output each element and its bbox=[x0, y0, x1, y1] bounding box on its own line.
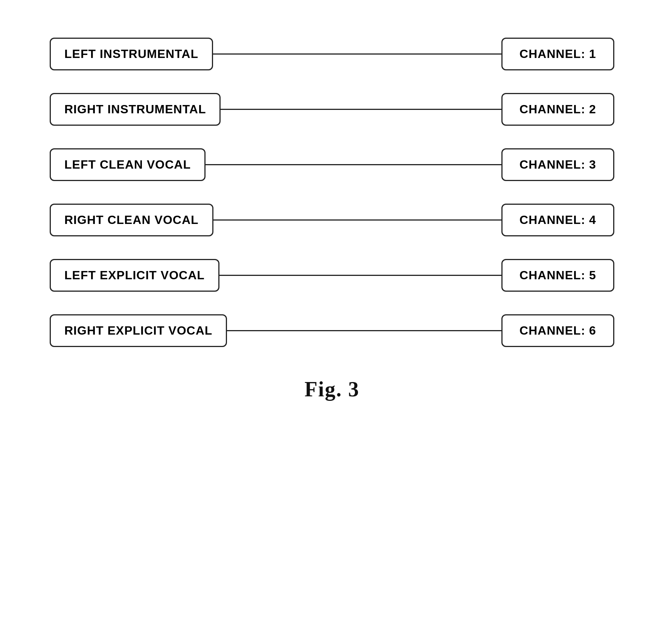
left-label-box: RIGHT INSTRUMENTAL bbox=[50, 93, 221, 126]
connector-line bbox=[206, 164, 501, 165]
diagram-container: LEFT INSTRUMENTALCHANNEL: 1RIGHT INSTRUM… bbox=[50, 38, 614, 347]
channel-row: RIGHT INSTRUMENTALCHANNEL: 2 bbox=[50, 93, 614, 126]
right-channel-box: CHANNEL: 1 bbox=[501, 38, 614, 70]
left-label-box: RIGHT CLEAN VOCAL bbox=[50, 204, 213, 236]
channel-row: LEFT INSTRUMENTALCHANNEL: 1 bbox=[50, 38, 614, 70]
left-label-box: LEFT EXPLICIT VOCAL bbox=[50, 259, 219, 292]
channel-row: LEFT CLEAN VOCALCHANNEL: 3 bbox=[50, 148, 614, 181]
connector-line bbox=[219, 275, 501, 276]
connector-line bbox=[221, 109, 501, 110]
right-channel-box: CHANNEL: 6 bbox=[501, 314, 614, 347]
right-channel-box: CHANNEL: 3 bbox=[501, 148, 614, 181]
channel-row: RIGHT CLEAN VOCALCHANNEL: 4 bbox=[50, 204, 614, 236]
left-label-box: LEFT INSTRUMENTAL bbox=[50, 38, 213, 70]
right-channel-box: CHANNEL: 5 bbox=[501, 259, 614, 292]
connector-line bbox=[213, 219, 501, 221]
left-label-box: LEFT CLEAN VOCAL bbox=[50, 148, 206, 181]
connector-line bbox=[213, 53, 501, 55]
connector-line bbox=[227, 330, 501, 331]
left-label-box: RIGHT EXPLICIT VOCAL bbox=[50, 314, 227, 347]
right-channel-box: CHANNEL: 4 bbox=[501, 204, 614, 236]
channel-row: LEFT EXPLICIT VOCALCHANNEL: 5 bbox=[50, 259, 614, 292]
right-channel-box: CHANNEL: 2 bbox=[501, 93, 614, 126]
channel-row: RIGHT EXPLICIT VOCALCHANNEL: 6 bbox=[50, 314, 614, 347]
figure-caption: Fig. 3 bbox=[305, 377, 359, 401]
